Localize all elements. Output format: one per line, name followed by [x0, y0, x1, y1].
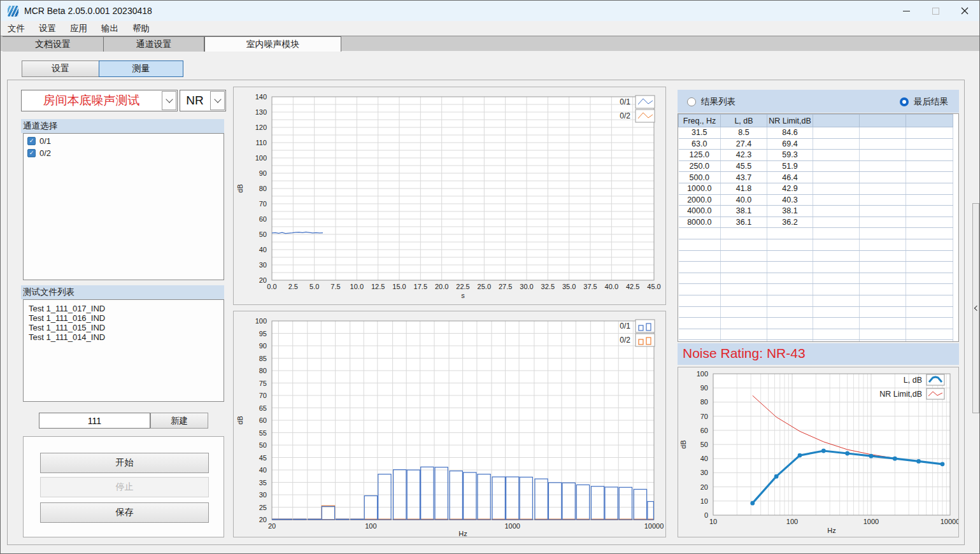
table-cell[interactable]: [721, 318, 767, 329]
table-row[interactable]: [679, 318, 953, 329]
table-cell[interactable]: [860, 250, 906, 262]
table-cell[interactable]: [860, 217, 906, 228]
table-row[interactable]: [679, 329, 953, 340]
close-button[interactable]: [950, 1, 979, 21]
table-cell[interactable]: [906, 150, 953, 161]
table-cell[interactable]: [721, 239, 767, 250]
menu-file[interactable]: 文件: [1, 23, 32, 34]
table-cell[interactable]: [721, 329, 767, 340]
table-row[interactable]: [679, 250, 953, 262]
table-row[interactable]: [679, 295, 953, 306]
table-cell[interactable]: [721, 273, 767, 284]
checkbox-checked-icon[interactable]: ✓: [27, 137, 36, 145]
new-button[interactable]: 新建: [150, 413, 208, 429]
test-name-combo-arrow[interactable]: [162, 91, 176, 110]
table-cell[interactable]: [721, 228, 767, 239]
menu-output[interactable]: 输出: [94, 23, 125, 34]
table-cell[interactable]: [679, 273, 721, 284]
table-cell[interactable]: 125.0: [679, 150, 721, 161]
last-result-radio-row[interactable]: 最后结果: [900, 96, 948, 108]
table-cell[interactable]: [906, 217, 953, 228]
table-cell[interactable]: [860, 295, 906, 306]
channel-item[interactable]: ✓0/2: [27, 148, 224, 158]
table-cell[interactable]: 43.7: [721, 172, 767, 183]
table-row[interactable]: 250.045.551.9: [679, 160, 953, 172]
table-cell[interactable]: [860, 239, 906, 250]
table-cell[interactable]: [767, 306, 813, 318]
table-header-cell[interactable]: [860, 115, 906, 127]
table-cell[interactable]: [906, 273, 953, 284]
table-cell[interactable]: [860, 340, 906, 342]
table-row[interactable]: 2000.040.040.3: [679, 194, 953, 206]
test-file-item[interactable]: Test 1_111_016_IND: [24, 313, 224, 323]
subtab-settings[interactable]: 设置: [22, 60, 99, 77]
table-cell[interactable]: [813, 160, 860, 172]
table-cell[interactable]: [767, 340, 813, 342]
table-cell[interactable]: [860, 318, 906, 329]
table-cell[interactable]: 38.1: [767, 206, 813, 217]
test-name-combo[interactable]: 房间本底噪声测试: [21, 90, 178, 111]
table-cell[interactable]: [767, 228, 813, 239]
table-cell[interactable]: [906, 127, 953, 139]
table-row[interactable]: 1000.041.842.9: [679, 183, 953, 194]
table-cell[interactable]: [813, 295, 860, 306]
test-file-item[interactable]: Test 1_111_014_IND: [24, 332, 224, 342]
table-cell[interactable]: [679, 329, 721, 340]
rating-combo-arrow[interactable]: [210, 91, 225, 110]
table-cell[interactable]: 36.2: [767, 217, 813, 228]
table-cell[interactable]: [721, 295, 767, 306]
table-header-cell[interactable]: L, dB: [721, 115, 767, 127]
maximize-button[interactable]: [921, 1, 950, 21]
table-cell[interactable]: [721, 306, 767, 318]
table-cell[interactable]: [813, 217, 860, 228]
table-cell[interactable]: 41.8: [721, 183, 767, 194]
table-row[interactable]: 4000.038.138.1: [679, 206, 953, 217]
table-cell[interactable]: [906, 228, 953, 239]
table-row[interactable]: [679, 306, 953, 318]
table-cell[interactable]: [679, 262, 721, 273]
table-cell[interactable]: 46.4: [767, 172, 813, 183]
table-cell[interactable]: 38.1: [721, 206, 767, 217]
menu-help[interactable]: 帮助: [125, 23, 157, 34]
table-cell[interactable]: [813, 273, 860, 284]
table-cell[interactable]: [906, 172, 953, 183]
table-cell[interactable]: [860, 194, 906, 206]
tab-channel-settings[interactable]: 通道设置: [104, 36, 204, 52]
minimize-button[interactable]: [891, 1, 921, 21]
table-cell[interactable]: 500.0: [679, 172, 721, 183]
collapse-panel-button[interactable]: [972, 203, 979, 413]
table-cell[interactable]: [813, 250, 860, 262]
table-cell[interactable]: [906, 183, 953, 194]
table-cell[interactable]: [813, 138, 860, 150]
start-button[interactable]: 开始: [40, 453, 209, 473]
channel-item[interactable]: ✓0/1: [27, 136, 224, 146]
table-cell[interactable]: [906, 194, 953, 206]
table-cell[interactable]: [860, 329, 906, 340]
table-row[interactable]: 63.027.469.4: [679, 138, 953, 150]
table-header-cell[interactable]: [813, 115, 860, 127]
table-cell[interactable]: [767, 329, 813, 340]
table-cell[interactable]: [906, 262, 953, 273]
table-cell[interactable]: [860, 228, 906, 239]
menu-settings[interactable]: 设置: [32, 23, 63, 34]
table-cell[interactable]: [767, 295, 813, 306]
table-cell[interactable]: [906, 250, 953, 262]
table-cell[interactable]: 1000.0: [679, 183, 721, 194]
table-cell[interactable]: [813, 183, 860, 194]
table-cell[interactable]: 45.5: [721, 160, 767, 172]
table-cell[interactable]: [860, 150, 906, 161]
last-result-radio[interactable]: [900, 97, 909, 106]
table-cell[interactable]: [679, 306, 721, 318]
table-cell[interactable]: [906, 340, 953, 342]
table-cell[interactable]: [813, 172, 860, 183]
table-cell[interactable]: [767, 250, 813, 262]
table-cell[interactable]: 2000.0: [679, 194, 721, 206]
save-button[interactable]: 保存: [40, 502, 209, 523]
table-row[interactable]: 8000.036.136.2: [679, 217, 953, 228]
table-row[interactable]: 31.58.584.6: [679, 127, 953, 139]
table-row[interactable]: [679, 340, 953, 342]
file-name-input[interactable]: [39, 413, 150, 429]
table-cell[interactable]: [860, 172, 906, 183]
table-cell[interactable]: [860, 206, 906, 217]
table-cell[interactable]: 250.0: [679, 160, 721, 172]
